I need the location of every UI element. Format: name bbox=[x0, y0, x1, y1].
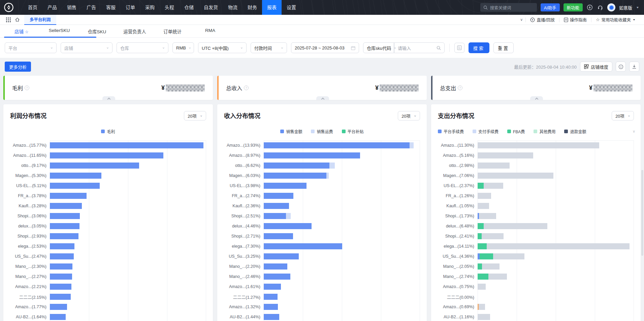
legend-expand-chevron-icon[interactable]: ∨ bbox=[633, 129, 635, 134]
live-replay-button[interactable]: 直播/回放 bbox=[526, 16, 559, 23]
top-n-select[interactable]: 20项∨ bbox=[398, 111, 420, 120]
search-placeholder: 搜索关键词 bbox=[490, 4, 511, 11]
bar-category-label: Amazo...(1.32%) bbox=[224, 305, 264, 309]
legend-label: FBA费 bbox=[513, 129, 525, 134]
global-search-input[interactable]: 搜索关键词 bbox=[480, 3, 537, 12]
apps-grid-icon[interactable] bbox=[4, 17, 13, 22]
bar-segment bbox=[264, 142, 410, 148]
nav-item-9[interactable]: 仓储 bbox=[179, 0, 199, 15]
nav-item-4[interactable]: 广告 bbox=[82, 0, 101, 15]
bar-row: FR_a...(2.74%) bbox=[224, 191, 420, 201]
info-icon[interactable] bbox=[616, 62, 626, 72]
subtab-3[interactable]: 仓库SKU bbox=[78, 28, 116, 35]
legend-item-2[interactable]: 支付手续费 bbox=[473, 129, 498, 134]
kpi-value: ¥ bbox=[375, 84, 419, 92]
bar-category-label: US_Su...(4.36%) bbox=[438, 254, 478, 259]
help-icon[interactable]: ? bbox=[25, 85, 29, 90]
kpi-expand-handle[interactable] bbox=[530, 96, 543, 100]
home-icon[interactable] bbox=[13, 17, 22, 22]
bar-track bbox=[478, 171, 634, 181]
help-icon[interactable]: ? bbox=[244, 85, 249, 90]
bar bbox=[264, 253, 420, 259]
open-page-tab[interactable]: 多平台利润 bbox=[24, 15, 56, 25]
bar-category-label: US_Su...(3.25%) bbox=[224, 254, 264, 259]
nav-item-14[interactable]: 设置 bbox=[282, 0, 301, 15]
nav-item-10[interactable]: 自发货 bbox=[199, 0, 223, 15]
nav-item-2[interactable]: 产品 bbox=[42, 0, 62, 15]
bar-segment bbox=[50, 314, 66, 320]
search-button[interactable]: 搜索 bbox=[469, 42, 489, 53]
bar-row: otto...(6.62%) bbox=[224, 160, 420, 171]
nav-item-13[interactable]: 报表 bbox=[262, 0, 282, 15]
bar-category-label: Mano_...(2.46%) bbox=[224, 274, 264, 279]
sku-type-select[interactable]: 仓库sku代码∨ bbox=[363, 42, 394, 53]
legend-item-1[interactable]: 平台手续费 bbox=[438, 129, 464, 134]
headset-icon[interactable] bbox=[597, 4, 604, 11]
warehouse-select[interactable]: 仓库∨ bbox=[117, 42, 168, 53]
bar-category-label: Amazo...(0.69%) bbox=[438, 305, 478, 309]
dimension-switch-button[interactable]: 店铺维度 bbox=[580, 62, 612, 72]
legend-item-4[interactable]: 其他费用 bbox=[534, 129, 555, 134]
bar-segment bbox=[50, 193, 87, 199]
download-icon[interactable] bbox=[629, 62, 639, 72]
bar bbox=[264, 263, 420, 270]
sku-input[interactable]: 请输入 bbox=[394, 42, 445, 53]
nav-item-1[interactable]: 首页 bbox=[23, 0, 42, 15]
legend-item-3[interactable]: 平台补贴 bbox=[342, 129, 364, 134]
subtab-1[interactable]: 店铺☆ bbox=[3, 28, 40, 35]
bar-segment bbox=[480, 253, 493, 259]
legend-item-5[interactable]: 退款金额 bbox=[564, 129, 586, 134]
platform-select[interactable]: 平台∨ bbox=[5, 42, 57, 53]
legend-item-2[interactable]: 销售运费 bbox=[311, 129, 333, 134]
batch-input-icon[interactable] bbox=[454, 43, 464, 53]
currency-select[interactable]: RMB∨ bbox=[172, 42, 194, 53]
bar-segment bbox=[264, 243, 342, 249]
nav-item-12[interactable]: 财务 bbox=[243, 0, 262, 15]
bar-segment bbox=[50, 294, 71, 300]
more-analysis-button[interactable]: 更多分析 bbox=[5, 62, 31, 72]
top-n-select[interactable]: 20项∨ bbox=[184, 111, 206, 120]
legend-item-3[interactable]: FBA费 bbox=[507, 129, 525, 134]
top-n-select[interactable]: 20项∨ bbox=[612, 111, 634, 120]
bar-track bbox=[478, 282, 634, 292]
chart-panel-1: 利润分布情况20项∨毛利Amazo...(15.77%)Amazo...(11.… bbox=[3, 104, 213, 321]
page-scrollbar[interactable] bbox=[641, 170, 643, 256]
bar bbox=[478, 314, 634, 320]
subtab-4[interactable]: 运营负责人 bbox=[116, 28, 154, 35]
legend-item-1[interactable]: 销售金额 bbox=[280, 129, 302, 134]
bar-segment bbox=[329, 163, 335, 169]
download-center-icon[interactable] bbox=[586, 4, 593, 11]
legend-swatch bbox=[534, 130, 537, 133]
nav-item-5[interactable]: 客服 bbox=[101, 0, 121, 15]
subtab-5[interactable]: 订单统计 bbox=[154, 28, 191, 35]
tabs-overflow-chevron-icon[interactable]: ∨ bbox=[520, 17, 523, 22]
kpi-expand-handle[interactable] bbox=[316, 96, 329, 100]
bar-segment bbox=[478, 142, 599, 148]
user-avatar[interactable] bbox=[607, 3, 615, 11]
help-icon[interactable]: ? bbox=[458, 85, 462, 90]
nav-item-6[interactable]: 订单 bbox=[121, 0, 140, 15]
bar-segment bbox=[264, 152, 360, 158]
time-type-select[interactable]: 付款时间∨ bbox=[251, 42, 287, 53]
version-label[interactable]: 如意版 bbox=[619, 4, 632, 11]
nav-item-3[interactable]: 销售 bbox=[62, 0, 82, 15]
bar-row: Kaufl...(3.28%) bbox=[10, 201, 206, 211]
subtab-2[interactable]: SellerSKU bbox=[40, 28, 78, 35]
nav-item-7[interactable]: 采购 bbox=[140, 0, 160, 15]
date-range-picker[interactable]: 2025-07-28 ~ 2025-08-03 bbox=[291, 42, 359, 53]
chevron-down-icon[interactable]: ▼ bbox=[636, 6, 639, 9]
timezone-select[interactable]: UTC +8(中国)∨ bbox=[198, 42, 247, 53]
reset-button[interactable]: 重置 bbox=[493, 42, 514, 53]
bar-segment bbox=[478, 152, 533, 158]
ai-assistant-button[interactable]: AI助手 bbox=[541, 3, 560, 11]
operation-guide-button[interactable]: 操作指南 bbox=[559, 16, 591, 23]
favorites-menu[interactable]: ☆ 常用功能收藏夹 ▼ bbox=[591, 16, 640, 23]
legend-item-1[interactable]: 毛利 bbox=[101, 129, 115, 134]
nav-item-8[interactable]: 头程 bbox=[160, 0, 179, 15]
new-feature-button[interactable]: 新功能 bbox=[564, 3, 583, 11]
bar bbox=[50, 173, 206, 179]
nav-item-11[interactable]: 物流 bbox=[223, 0, 243, 15]
subtab-6[interactable]: RMA bbox=[191, 28, 229, 35]
kpi-expand-handle[interactable] bbox=[102, 96, 115, 100]
shop-select[interactable]: 店铺∨ bbox=[61, 42, 112, 53]
